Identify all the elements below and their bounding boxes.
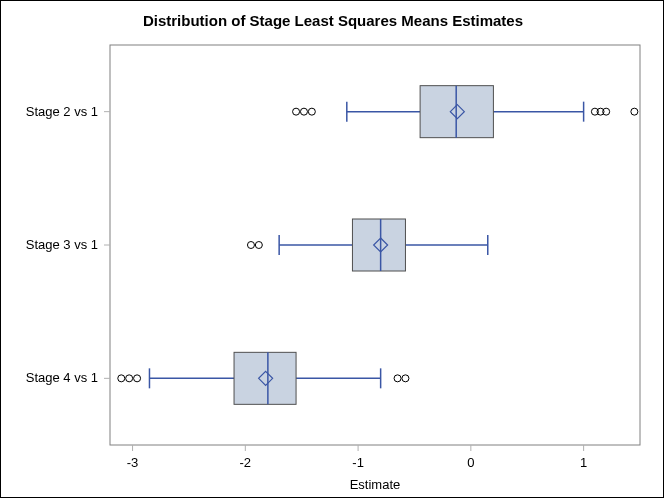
outlier-marker: [247, 242, 254, 249]
x-tick-label: -2: [240, 455, 252, 470]
outlier-marker: [134, 375, 141, 382]
outlier-marker: [394, 375, 401, 382]
x-tick-label: -3: [127, 455, 139, 470]
outlier-marker: [631, 108, 638, 115]
x-tick-label: 1: [580, 455, 587, 470]
box: [234, 352, 296, 404]
x-axis-label: Estimate: [350, 477, 401, 492]
outlier-marker: [255, 242, 262, 249]
outlier-marker: [402, 375, 409, 382]
x-tick-label: 0: [467, 455, 474, 470]
outlier-marker: [293, 108, 300, 115]
outlier-marker: [118, 375, 125, 382]
box: [352, 219, 405, 271]
outlier-marker: [126, 375, 133, 382]
outlier-marker: [308, 108, 315, 115]
y-tick-label: Stage 3 vs 1: [26, 237, 98, 252]
y-tick-label: Stage 2 vs 1: [26, 104, 98, 119]
boxplot-svg: -3-2-101EstimateStage 2 vs 1Stage 3 vs 1…: [0, 0, 666, 500]
outlier-marker: [300, 108, 307, 115]
x-tick-label: -1: [352, 455, 364, 470]
y-tick-label: Stage 4 vs 1: [26, 370, 98, 385]
